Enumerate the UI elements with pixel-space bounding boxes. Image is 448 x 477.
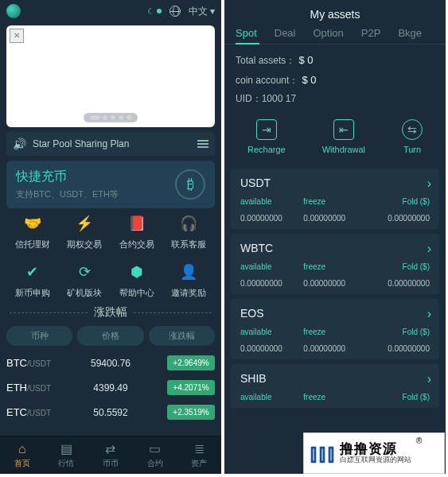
total-assets-value: $ 0 — [298, 54, 313, 66]
coin-account-value: $ 0 — [302, 74, 316, 86]
tab-bkge[interactable]: Bkge — [398, 27, 422, 39]
check-circle-icon: ✔ — [22, 262, 43, 282]
invite-icon: 👤 — [178, 262, 199, 282]
chart-icon: ▤ — [60, 441, 72, 456]
nav-markets[interactable]: ▤行情 — [58, 441, 74, 469]
market-row-eth[interactable]: ETH/USDT 4399.49 +4.2071% — [6, 375, 215, 400]
withdrawal-button[interactable]: ⇤Withdrawal — [322, 119, 365, 154]
watermark-logo-icon: ⫿⫿⫿ — [309, 440, 335, 467]
top-bar: ☾ 中文 ▾ — [0, 0, 221, 22]
nav-trade[interactable]: ⇄币币 — [103, 441, 119, 469]
asset-card-wbtc[interactable]: WBTC › availablefreezeFold ($) 0.0000000… — [231, 234, 439, 294]
bottom-nav: ⌂首页 ▤行情 ⇄币币 ▭合约 ≣资产 — [0, 436, 221, 474]
headset-icon: 🎧 — [178, 213, 199, 234]
announcement-text: Star Pool Sharing Plan — [33, 138, 129, 149]
chevron-down-icon: ▾ — [210, 6, 215, 17]
home-icon: ⌂ — [18, 442, 26, 456]
chevron-right-icon: › — [427, 307, 431, 321]
grid-item-trust[interactable]: 🤝信托理财 — [6, 213, 59, 250]
nav-assets[interactable]: ≣资产 — [191, 441, 207, 469]
tab-spot[interactable]: Spot — [236, 27, 257, 39]
grid-item-newcoin[interactable]: ✔新币申购 — [6, 262, 59, 299]
language-selector[interactable]: 中文 ▾ — [189, 5, 215, 18]
chevron-right-icon: › — [427, 176, 431, 191]
section-divider: 涨跌幅 — [10, 305, 212, 320]
grid-item-help[interactable]: ⬢帮助中心 — [111, 262, 163, 299]
cube-icon: ⬢ — [127, 262, 147, 282]
feature-grid: 🤝信托理财 ⚡期权交易 📕合约交易 🎧联系客服 ✔新币申购 ⟳矿机版块 ⬢帮助中… — [6, 213, 215, 299]
language-label: 中文 — [189, 6, 208, 17]
tab-p2p[interactable]: P2P — [361, 27, 381, 39]
asset-card-eos[interactable]: EOS › availablefreezeFold ($) 0.00000000… — [231, 299, 439, 359]
quick-deposit-sub: 支持BTC、USDT、ETH等 — [16, 188, 119, 200]
market-row-etc[interactable]: ETC/USDT 50.5592 +2.3519% — [6, 400, 215, 425]
exchange-icon: ⇄ — [105, 441, 115, 456]
page-title: My assets — [224, 0, 446, 27]
transfer-icon: ⇆ — [402, 119, 423, 140]
refresh-icon: ⟳ — [74, 262, 95, 282]
market-table-headers: 币种 价格 涨跌幅 — [6, 326, 215, 346]
handshake-icon: 🤝 — [22, 213, 43, 234]
phone-right: My assets Spot Deal Option P2P Bkge Tota… — [224, 0, 446, 474]
grid-item-options[interactable]: ⚡期权交易 — [59, 213, 111, 250]
account-summary: Total assets：$ 0 coin account：$ 0 UID：10… — [224, 51, 446, 108]
wallet-icon: ≣ — [194, 441, 205, 456]
quick-deposit-card[interactable]: 快捷充币 支持BTC、USDT、ETH等 ₿ — [6, 161, 215, 208]
watermark: ⫿⫿⫿ 撸撸资源 白嫖互联网资源的网站 ® — [303, 432, 445, 474]
announcement-bar[interactable]: 🔊 Star Pool Sharing Plan — [6, 132, 215, 156]
broken-image-icon — [10, 29, 24, 43]
transfer-button[interactable]: ⇆Turn — [402, 119, 423, 154]
tab-option[interactable]: Option — [314, 27, 344, 39]
recharge-button[interactable]: ⇥Recharge — [247, 119, 286, 154]
menu-icon[interactable] — [197, 140, 208, 148]
banner-carousel[interactable] — [6, 25, 215, 127]
grid-item-support[interactable]: 🎧联系客服 — [163, 213, 216, 250]
phone-left: ☾ 中文 ▾ 🔊 Star Pool Sharing Plan — [0, 0, 221, 474]
lightning-icon: ⚡ — [74, 213, 95, 234]
carousel-dots — [84, 113, 138, 122]
avatar[interactable] — [6, 4, 21, 18]
night-mode-toggle[interactable]: ☾ — [147, 6, 162, 17]
globe-icon — [169, 6, 181, 17]
uid-value: 1000 17 — [262, 93, 296, 104]
asset-actions: ⇥Recharge ⇤Withdrawal ⇆Turn — [224, 108, 446, 164]
grid-item-mining[interactable]: ⟳矿机版块 — [59, 262, 111, 299]
quick-deposit-title: 快捷充币 — [16, 169, 119, 185]
tab-deal[interactable]: Deal — [275, 27, 296, 39]
chevron-right-icon: › — [427, 242, 431, 256]
bitcoin-icon: ₿ — [175, 169, 205, 200]
asset-card-usdt[interactable]: USDT › availablefreezeFold ($) 0.0000000… — [231, 169, 439, 229]
withdraw-icon: ⇤ — [333, 119, 354, 140]
nav-home[interactable]: ⌂首页 — [14, 442, 30, 469]
market-row-btc[interactable]: BTC/USDT 59400.76 +2.9649% — [6, 351, 215, 375]
nav-futures[interactable]: ▭合约 — [147, 441, 163, 469]
section-title: 涨跌幅 — [94, 305, 127, 320]
document-icon: ▭ — [149, 441, 161, 456]
deposit-icon: ⇥ — [256, 119, 277, 140]
grid-item-contract[interactable]: 📕合约交易 — [111, 213, 163, 250]
asset-tabs: Spot Deal Option P2P Bkge — [224, 27, 446, 44]
moon-icon: ☾ — [147, 6, 155, 17]
asset-card-shib[interactable]: SHIB › availablefreezeFold ($) — [231, 364, 439, 408]
speaker-icon: 🔊 — [13, 138, 26, 150]
grid-item-invite[interactable]: 👤邀请奖励 — [163, 262, 216, 299]
book-icon: 📕 — [127, 213, 147, 234]
chevron-right-icon: › — [427, 372, 431, 386]
